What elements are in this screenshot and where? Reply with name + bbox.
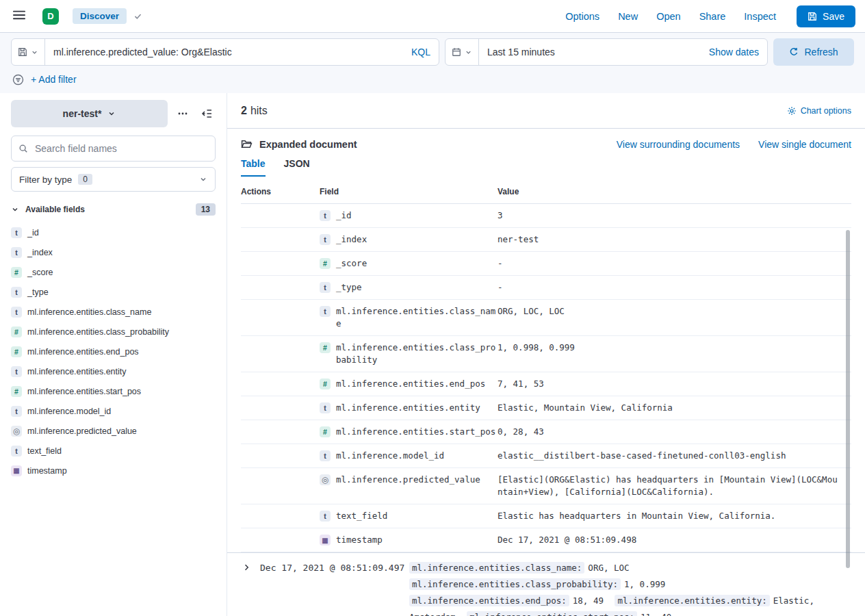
header-menu-item[interactable]: New (618, 11, 638, 22)
doc-table-row[interactable]: t _index ner-test (241, 228, 851, 252)
field-list-item[interactable]: t ml.inference.entities.entity (11, 361, 216, 381)
view-surrounding-documents-link[interactable]: View surrounding documents (617, 139, 740, 150)
doc-table-row[interactable]: t _id 3 (241, 204, 851, 228)
chevron-down-icon (11, 205, 19, 214)
field-name[interactable]: ml.inference.model_id (27, 407, 111, 416)
field-name[interactable]: _id (27, 228, 39, 238)
field-name[interactable]: ml.inference.entities.entity (27, 367, 127, 376)
date-quick-menu-button[interactable] (446, 39, 479, 65)
header-menu-item[interactable]: Share (699, 11, 726, 22)
field-name[interactable]: ml.inference.entities.end_pos (27, 347, 139, 357)
field-name[interactable]: _index (27, 248, 53, 257)
doc-table-row[interactable]: ◎ ml.inference.predicted_value [Elastic]… (241, 468, 851, 504)
result-document-row[interactable]: Dec 17, 2021 @ 08:51:09.497 ml.inference… (227, 552, 865, 616)
save-button-label[interactable]: Save (823, 11, 844, 22)
row-field-name: ml.inference.entities.entity (336, 402, 480, 414)
field-name[interactable]: ml.inference.entities.class_name (27, 307, 151, 317)
column-value: Value (498, 187, 851, 196)
collapse-left-icon[interactable] (201, 108, 212, 119)
tab-json[interactable]: JSON (284, 158, 310, 177)
vertical-scrollbar[interactable] (846, 230, 850, 568)
view-single-document-link[interactable]: View single document (758, 139, 851, 150)
query-input[interactable]: ml.inference.predicted_value: Org&Elasti… (11, 38, 439, 66)
index-pattern-button[interactable]: ner-test* (11, 100, 168, 127)
show-dates-link[interactable]: Show dates (701, 47, 767, 57)
field-type-icon: t (11, 307, 22, 318)
field-name[interactable]: timestamp (27, 466, 67, 476)
expand-document-button[interactable] (241, 562, 252, 573)
field-list-item[interactable]: # ml.inference.entities.end_pos (11, 342, 216, 361)
saved-query-icon[interactable] (18, 47, 27, 57)
header-menu-item[interactable]: Open (656, 11, 680, 22)
field-name[interactable]: text_field (27, 446, 62, 456)
field-options-button[interactable] (174, 105, 192, 123)
field-list-item[interactable]: ◎ ml.inference.predicted_value (11, 421, 216, 441)
doc-table-row[interactable]: t ml.inference.entities.entity Elastic, … (241, 396, 851, 420)
query-text[interactable]: ml.inference.predicted_value: Org&Elasti… (45, 47, 403, 57)
chart-options-label[interactable]: Chart options (801, 106, 851, 116)
field-list-item[interactable]: ▦ timestamp (11, 461, 216, 480)
chevron-right-icon[interactable] (242, 563, 250, 572)
field-list-item[interactable]: # ml.inference.entities.start_pos (11, 381, 216, 401)
refresh-button[interactable]: Refresh (773, 38, 854, 66)
doc-table-row[interactable]: t text_field Elastic has headquarters in… (241, 504, 851, 528)
field-list-item[interactable]: t _type (11, 282, 216, 302)
field-list-item[interactable]: # _score (11, 262, 216, 282)
date-picker[interactable]: Last 15 minutes Show dates (445, 38, 768, 66)
field-search-input[interactable] (34, 142, 208, 155)
field-list-item[interactable]: # ml.inference.entities.class_probabilit… (11, 322, 216, 342)
doc-table-row[interactable]: # ml.inference.entities.start_pos 0, 28,… (241, 420, 851, 444)
filter-by-type-label: Filter by type (19, 175, 72, 185)
main-menu-button[interactable] (10, 5, 29, 27)
breadcrumb[interactable]: Discover (73, 8, 127, 24)
chart-options-link[interactable]: Chart options (787, 106, 851, 116)
row-field-value: - (498, 281, 851, 294)
row-field-value: - (498, 257, 851, 270)
summary-field-value: 1, 0.999 (624, 579, 665, 589)
field-list-item[interactable]: t _index (11, 242, 216, 262)
calendar-icon[interactable] (452, 47, 461, 57)
row-field-cell: # ml.inference.entities.class_probabilit… (320, 342, 498, 366)
available-fields-count-badge: 13 (196, 203, 216, 216)
doc-table-row[interactable]: t ml.inference.entities.class_name ORG, … (241, 300, 851, 336)
tab-table[interactable]: Table (241, 158, 266, 177)
header-menu-item[interactable]: Options (565, 11, 599, 22)
field-name[interactable]: ml.inference.predicted_value (27, 426, 137, 436)
filter-set-icon[interactable] (12, 74, 24, 86)
filter-by-type-select[interactable]: Filter by type 0 (11, 167, 216, 192)
summary-field-value: ORG, LOC (588, 563, 629, 573)
saved-query-menu-button[interactable] (12, 39, 45, 65)
refresh-icon[interactable] (789, 47, 799, 57)
dots-horizontal-icon[interactable] (177, 108, 188, 119)
hamburger-icon[interactable] (13, 9, 25, 23)
gear-icon[interactable] (787, 106, 797, 116)
refresh-button-label[interactable]: Refresh (804, 47, 838, 57)
doc-table-row[interactable]: # ml.inference.entities.end_pos 7, 41, 5… (241, 372, 851, 396)
time-range-label[interactable]: Last 15 minutes (479, 47, 563, 57)
index-pattern-label[interactable]: ner-test* (63, 108, 102, 119)
kql-language-button[interactable]: KQL (403, 47, 439, 57)
field-name[interactable]: _type (27, 287, 49, 297)
available-fields-accordion[interactable]: Available fields 13 (11, 203, 216, 216)
field-name[interactable]: ml.inference.entities.start_pos (27, 387, 141, 396)
space-avatar[interactable]: D (42, 8, 59, 25)
field-list-item[interactable]: t ml.inference.model_id (11, 401, 216, 421)
field-name[interactable]: _score (27, 268, 53, 277)
field-list-item[interactable]: t ml.inference.entities.class_name (11, 302, 216, 322)
row-field-cell: t _index (320, 233, 498, 246)
doc-table-row[interactable]: t _type - (241, 276, 851, 300)
field-list-item[interactable]: t _id (11, 222, 216, 242)
save-button[interactable]: Save (797, 5, 855, 27)
doc-table-row[interactable]: # ml.inference.entities.class_probabilit… (241, 336, 851, 372)
doc-table-row[interactable]: t ml.inference.model_id elastic__distilb… (241, 444, 851, 468)
row-field-value: 7, 41, 53 (498, 378, 851, 390)
doc-table-row[interactable]: # _score - (241, 252, 851, 276)
doc-table-row[interactable]: ▦ timestamp Dec 17, 2021 @ 08:51:09.498 (241, 528, 851, 552)
field-name[interactable]: ml.inference.entities.class_probability (27, 327, 169, 337)
header-menu-item[interactable]: Inspect (744, 11, 776, 22)
field-type-icon: # (11, 326, 22, 337)
collapse-sidebar-button[interactable] (198, 105, 216, 123)
add-filter-link[interactable]: + Add filter (31, 74, 77, 85)
save-icon[interactable] (808, 12, 817, 21)
field-list-item[interactable]: t text_field (11, 441, 216, 461)
